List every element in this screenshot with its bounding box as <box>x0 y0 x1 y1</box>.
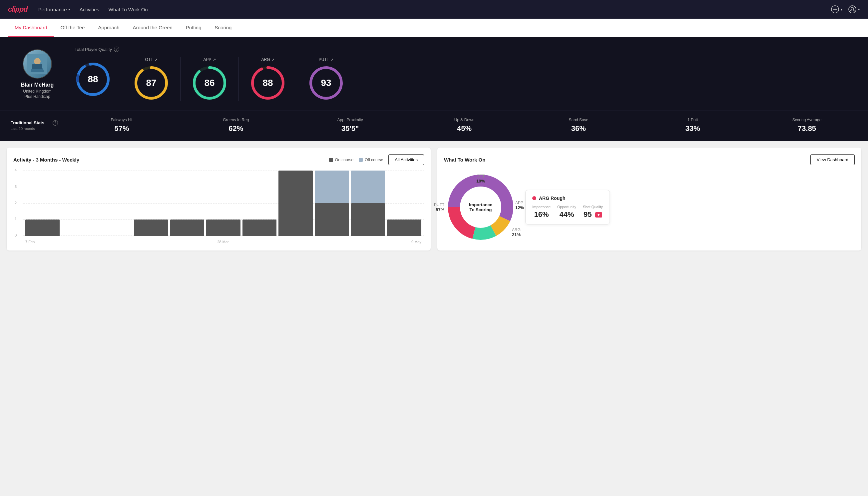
tab-bar: My Dashboard Off the Tee Approach Around… <box>0 19 868 37</box>
total-quality-label: Total Player Quality ? <box>75 47 857 52</box>
app-score-value: 86 <box>204 78 215 88</box>
x-labels: 7 Feb 28 Mar 9 May <box>23 240 424 244</box>
trad-stats-label-group: Traditional Stats ? Last 20 rounds <box>11 120 58 130</box>
arg-ring: 88 <box>250 65 286 101</box>
quality-main: 88 <box>75 61 122 98</box>
quality-circles: 88 OTT ↗ 87 AP <box>75 57 857 101</box>
main-ring: 88 <box>75 61 111 98</box>
player-name: Blair McHarg <box>21 82 54 88</box>
add-chevron-icon: ▾ <box>841 7 843 12</box>
x-label-feb: 7 Feb <box>25 240 35 244</box>
off-course-bar <box>315 171 349 203</box>
user-menu-button[interactable]: ▾ <box>848 5 860 14</box>
x-label-may: 9 May <box>411 240 421 244</box>
add-button[interactable]: ▾ <box>831 5 843 14</box>
all-activities-button[interactable]: All Activities <box>388 154 424 165</box>
logo[interactable]: clippd <box>8 5 28 14</box>
quality-putt: PUTT ↗ 93 <box>297 57 355 101</box>
on-course-bar <box>134 219 168 236</box>
tab-putting[interactable]: Putting <box>179 19 208 37</box>
arg-label: ARG ↗ <box>261 57 274 62</box>
bar-group <box>279 171 313 236</box>
trad-info-icon[interactable]: ? <box>53 120 58 126</box>
putt-ring: 93 <box>308 65 344 101</box>
detail-card-title: ARG Rough <box>532 196 603 201</box>
bar-group <box>351 171 385 236</box>
stat-greens-in-reg: Greens In Reg 62% <box>186 118 286 133</box>
trad-stats-label: Traditional Stats <box>11 120 51 125</box>
on-course-dot <box>329 158 333 162</box>
detail-metrics: Importance 16% Opportunity 44% Shot Qual… <box>532 205 603 219</box>
what-to-work-on-panel: What To Work On View Dashboard <box>437 148 861 250</box>
on-course-bar <box>387 219 421 236</box>
bar-group <box>242 171 277 236</box>
detail-metric-shot-quality: Shot Quality 95 ▼ <box>583 205 603 219</box>
info-icon[interactable]: ? <box>114 47 119 52</box>
bar-group <box>206 171 240 236</box>
on-course-bar <box>351 203 385 236</box>
svg-point-4 <box>851 7 854 10</box>
off-course-bar <box>351 171 385 203</box>
player-handicap: Plus Handicap <box>24 94 50 99</box>
wtwo-title: What To Work On <box>444 157 485 162</box>
bottom-panels: Activity - 3 Months - Weekly On course O… <box>0 141 868 257</box>
bar-group <box>387 171 421 236</box>
quality-app: APP ↗ 86 <box>180 57 239 101</box>
detail-metric-importance: Importance 16% <box>532 205 551 219</box>
nav-what-to-work-on[interactable]: What To Work On <box>109 7 148 12</box>
legend-on-course: On course <box>329 158 353 162</box>
ott-donut-label: OTT 10% <box>476 174 485 184</box>
main-score-value: 88 <box>88 74 98 84</box>
on-course-bar <box>279 171 313 236</box>
nav-activities[interactable]: Activities <box>80 7 99 12</box>
ott-score-value: 87 <box>146 78 156 88</box>
activity-chart-area: 4 3 2 1 0 7 Feb 28 Mar 9 May <box>13 171 424 244</box>
on-course-bar <box>242 219 277 236</box>
stat-sand-save: Sand Save 36% <box>528 118 629 133</box>
stat-app-proximity: App. Proximity 35'5" <box>300 118 401 133</box>
red-badge-icon: ▼ <box>595 212 602 218</box>
arg-score-value: 88 <box>263 78 273 88</box>
arg-donut-label: ARG 21% <box>512 228 521 237</box>
app-ring: 86 <box>191 65 228 101</box>
activity-chart-title: Activity - 3 Months - Weekly <box>13 157 79 162</box>
nav-performance[interactable]: Performance ▾ <box>38 7 70 12</box>
donut-chart-wrapper: Importance To Scoring OTT 10% APP 12% AR… <box>444 171 517 244</box>
nav-links: Performance ▾ Activities What To Work On <box>38 7 820 12</box>
detail-metric-opportunity: Opportunity 44% <box>557 205 576 219</box>
bar-group <box>170 171 205 236</box>
trad-stats-period: Last 20 rounds <box>11 127 58 130</box>
bars-container <box>23 171 424 236</box>
chevron-down-icon: ▾ <box>68 7 70 12</box>
ott-label: OTT ↗ <box>145 57 158 62</box>
top-navigation: clippd Performance ▾ Activities What To … <box>0 0 868 19</box>
bar-group <box>98 171 132 236</box>
app-arrow-icon: ↗ <box>213 58 216 62</box>
bar-group <box>62 171 96 236</box>
on-course-bar <box>206 219 240 236</box>
player-country: United Kingdom <box>23 89 51 94</box>
tab-scoring[interactable]: Scoring <box>208 19 238 37</box>
tab-approach[interactable]: Approach <box>91 19 126 37</box>
user-chevron-icon: ▾ <box>858 7 860 12</box>
view-dashboard-button[interactable]: View Dashboard <box>810 154 855 165</box>
traditional-stats: Traditional Stats ? Last 20 rounds Fairw… <box>0 111 868 141</box>
tab-around-the-green[interactable]: Around the Green <box>126 19 179 37</box>
putt-donut-label: PUTT 57% <box>434 203 444 212</box>
ott-ring: 87 <box>133 65 170 101</box>
tab-my-dashboard[interactable]: My Dashboard <box>8 19 54 37</box>
arg-detail-card: ARG Rough Importance 16% Opportunity 44%… <box>525 190 610 224</box>
wtwo-content: Importance To Scoring OTT 10% APP 12% AR… <box>444 171 855 244</box>
bar-group <box>315 171 349 236</box>
activity-panel: Activity - 3 Months - Weekly On course O… <box>7 148 431 250</box>
tab-off-the-tee[interactable]: Off the Tee <box>54 19 92 37</box>
stat-fairways-hit: Fairways Hit 57% <box>71 118 172 133</box>
bar-group <box>25 171 60 236</box>
avatar <box>23 49 52 79</box>
putt-arrow-icon: ↗ <box>330 58 333 62</box>
on-course-bar <box>25 219 60 236</box>
svg-rect-7 <box>32 64 42 69</box>
ott-arrow-icon: ↗ <box>155 58 158 62</box>
quality-scores: Total Player Quality ? 88 OTT <box>75 47 857 101</box>
putt-label: PUTT ↗ <box>319 57 333 62</box>
